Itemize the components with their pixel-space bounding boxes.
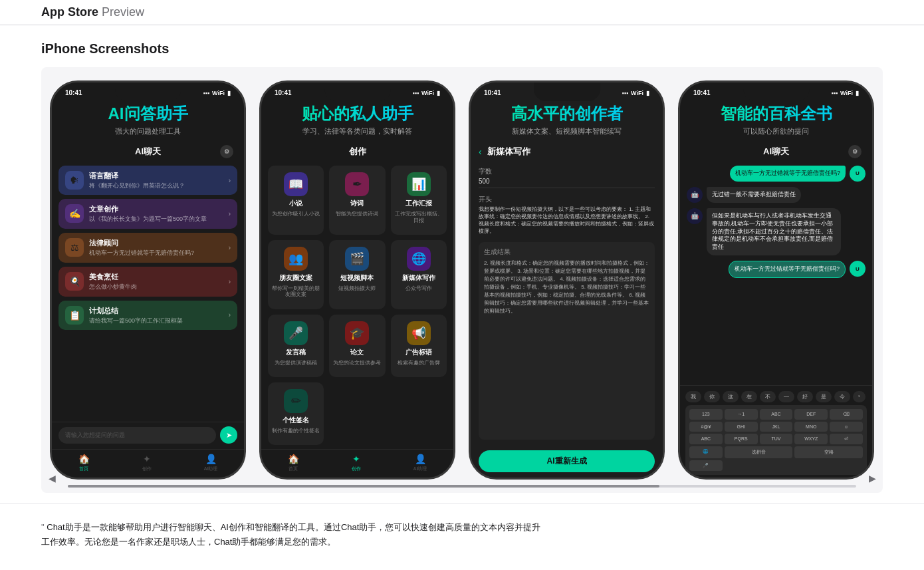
phone-1-screen: AI聊天 ⚙ 🗣 语言翻译 将《翻开心见到你》用英语怎么说？ › <box>52 142 244 478</box>
divider <box>479 188 655 188</box>
writing-result: 生成结果 2. 视频长度和格式：确定您的视频需要的播放时间和拍摄格式，例如：竖屏… <box>479 242 655 440</box>
tab-ai-2[interactable]: 👤 AI助理 <box>413 454 427 472</box>
description-area: " Chat助手是一款能够帮助用户进行智能聊天、AI创作和智能翻译的工具。通过C… <box>0 503 924 569</box>
signature-icon: ✏ <box>284 389 308 413</box>
section-title: iPhone Screenshots <box>41 41 883 57</box>
creation-paper[interactable]: 🎓 论文 为您的论文提供参考 <box>329 315 385 377</box>
phone-1-content: 10:41 ▪▪▪ WiFi ▮ AI问答助手 强大的问题处理工具 AI聊 <box>52 82 244 478</box>
creation-grid: 📖 小说 为您创作吸引人小说 ✒ 诗词 智能为您提供诗词 📊 <box>261 162 453 449</box>
signal-icon: ▪▪▪ <box>413 90 419 96</box>
tab-ai[interactable]: 👤 AI助理 <box>204 454 218 472</box>
tab-creation-2[interactable]: ✦ 创作 <box>352 454 361 472</box>
key-space[interactable]: 空格 <box>794 446 863 458</box>
quick-replies: 我 你 这 在 不 — 好 是 今 › <box>685 388 867 405</box>
back-icon[interactable]: ‹ <box>479 146 482 157</box>
message-user-2: U 机动车一方无过错就等于无赔偿责任吗? <box>687 261 866 278</box>
screenshots-row: 10:41 ▪▪▪ WiFi ▮ AI问答助手 强大的问题处理工具 AI聊 <box>55 80 869 480</box>
key-123[interactable]: 123 <box>689 409 723 420</box>
menu-item-translate[interactable]: 🗣 语言翻译 将《翻开心见到你》用英语怎么说？ › <box>58 166 237 196</box>
poetry-icon: ✒ <box>345 172 369 196</box>
key-jkl[interactable]: JKL <box>760 422 793 432</box>
key-pqrs[interactable]: PQRS <box>725 434 758 444</box>
key-del[interactable]: ⌫ <box>830 409 863 420</box>
creation-moments[interactable]: 👥 朋友圈文案 帮你写一则精美的朋友圈文案 <box>268 240 324 309</box>
translate-icon: 🗣 <box>65 171 84 190</box>
regen-button[interactable]: AI重新生成 <box>479 450 655 472</box>
qr-dash[interactable]: — <box>778 391 794 402</box>
key-r1[interactable]: →1 <box>725 409 758 420</box>
form-field-wordcount: 字数 500 <box>479 167 655 191</box>
creation-report[interactable]: 📊 工作汇报 工作完成写出概括、日报 <box>391 166 447 235</box>
qr-shi[interactable]: 是 <box>816 391 832 402</box>
creation-ad[interactable]: 📢 广告标语 检索有趣的广告牌 <box>391 315 447 377</box>
phone-1-notch <box>115 82 181 101</box>
form-field-intro: 开头 我想要制作一份短视频拍摄大纲，以下是一些可以考虑的要素： 1. 主题和故事… <box>479 195 655 238</box>
key-mno[interactable]: MNO <box>794 422 828 432</box>
key-hash[interactable]: #@¥ <box>689 422 723 432</box>
qr-zai[interactable]: 在 <box>741 391 757 402</box>
phone-4-promo: 智能的百科全书 可以随心所欲的提问 <box>680 98 872 142</box>
newmedia-icon: 🌐 <box>407 247 431 271</box>
menu-item-translate-text: 语言翻译 将《翻开心见到你》用英语怎么说？ <box>89 171 223 190</box>
settings-icon[interactable]: ⚙ <box>848 145 862 158</box>
qr-more[interactable]: › <box>853 391 866 402</box>
menu-item-writing-text: 文章创作 以《我的长长文集》为题写一篇500字的文章 <box>89 204 223 223</box>
key-pinyin[interactable]: 选拼音 <box>725 446 793 458</box>
writing-form: 字数 500 开头 我想要制作一份短视频拍摄大纲，以下是一些可以考虑的要素： 1… <box>471 162 663 445</box>
key-def[interactable]: DEF <box>794 409 828 420</box>
qr-zhe[interactable]: 这 <box>723 391 739 402</box>
creation-video[interactable]: 🎬 短视频脚本 短视频拍摄大师 <box>329 240 385 309</box>
menu-item-writing[interactable]: ✍ 文章创作 以《我的长长文集》为题写一篇500字的文章 › <box>58 199 237 229</box>
qr-jin[interactable]: 今 <box>834 391 850 402</box>
app-header: App Store Preview <box>0 0 924 25</box>
key-wxyz[interactable]: WXYZ <box>794 434 828 444</box>
arrow-icon: › <box>229 210 231 217</box>
key-mic[interactable]: 🎤 <box>689 460 723 471</box>
tab-home[interactable]: 🏠 首页 <box>78 454 90 472</box>
scroll-right-button[interactable]: ▶ <box>866 472 879 485</box>
qr-ni[interactable]: 你 <box>704 391 720 402</box>
phone-4-navbar: AI聊天 ⚙ <box>680 142 872 162</box>
creation-signature[interactable]: ✏ 个性签名 制作有趣的个性签名 <box>268 382 324 445</box>
arrow-icon: › <box>229 244 231 251</box>
report-icon: 📊 <box>407 172 431 196</box>
creation-newmedia[interactable]: 🌐 新媒体写作 公众号写作 <box>391 240 447 309</box>
send-button[interactable]: ➤ <box>220 426 237 444</box>
settings-icon[interactable]: ⚙ <box>220 145 233 158</box>
key-return[interactable]: ⏎ <box>830 434 863 444</box>
key-abc[interactable]: ABC <box>760 409 793 420</box>
key-abc2[interactable]: ABC <box>689 434 723 444</box>
phone-3-status-icons: ▪▪▪ WiFi ▮ <box>622 90 650 96</box>
qr-wo[interactable]: 我 <box>685 391 701 402</box>
key-tuv[interactable]: TUV <box>760 434 793 444</box>
phone-2-status-icons: ▪▪▪ WiFi ▮ <box>413 90 441 96</box>
signal-icon: ▪▪▪ <box>203 90 210 96</box>
creation-novel[interactable]: 📖 小说 为您创作吸引人小说 <box>268 166 324 235</box>
menu-item-plan[interactable]: 📋 计划总结 请给我写一篇500字的工作汇报框架 › <box>58 301 237 331</box>
scroll-thumb <box>68 485 659 488</box>
phone-2-screen: 创作 📖 小说 为您创作吸引人小说 ✒ 诗词 智能为您提供诗词 <box>261 142 453 478</box>
speech-icon: 🎤 <box>284 321 308 345</box>
key-globe[interactable]: 🌐 <box>689 446 723 458</box>
phone-3-navbar: ‹ 新媒体写作 <box>471 142 663 162</box>
phone-2: 10:41 ▪▪▪ WiFi ▮ 贴心的私人助手 学习、法律等各类问题，实时解答 <box>259 80 455 480</box>
menu-item-law[interactable]: ⚖ 法律顾问 机动车一方无过错就等于无赔偿责任吗? › <box>58 233 237 263</box>
tab-creation[interactable]: ✦ 创作 <box>142 454 152 472</box>
battery-icon: ▮ <box>227 90 231 96</box>
phone-3: 10:41 ▪▪▪ WiFi ▮ 高水平的创作者 新媒体文案、短视频脚本智能续写 <box>469 80 665 480</box>
message-ai-2: 🤖 但如果是机动车与行人或者非机动车发生交通事故的,机动车一方即使无责任也要承担… <box>687 208 866 255</box>
qr-bu[interactable]: 不 <box>760 391 776 402</box>
creation-poetry[interactable]: ✒ 诗词 智能为您提供诗词 <box>329 166 385 235</box>
phone-3-content: 10:41 ▪▪▪ WiFi ▮ 高水平的创作者 新媒体文案、短视频脚本智能续写 <box>471 82 663 478</box>
key-emoji[interactable]: ☺ <box>830 422 863 432</box>
creation-speech[interactable]: 🎤 发言稿 为您提供演讲稿稿 <box>268 315 324 377</box>
chat-input[interactable]: 请输入您想提问的问题 <box>58 427 216 444</box>
key-ghi[interactable]: GHI <box>725 422 758 432</box>
header-title: App Store Preview <box>41 5 144 19</box>
qr-hao[interactable]: 好 <box>797 391 813 402</box>
tab-home-2[interactable]: 🏠 首页 <box>288 454 299 472</box>
description-text: " Chat助手是一款能够帮助用户进行智能聊天、AI创作和智能翻译的工具。通过C… <box>41 520 546 549</box>
home-icon: 🏠 <box>78 454 90 464</box>
scroll-left-button[interactable]: ◀ <box>45 472 58 485</box>
menu-item-cooking[interactable]: 🍳 美食烹饪 怎么做小炒黄牛肉 › <box>58 267 237 297</box>
